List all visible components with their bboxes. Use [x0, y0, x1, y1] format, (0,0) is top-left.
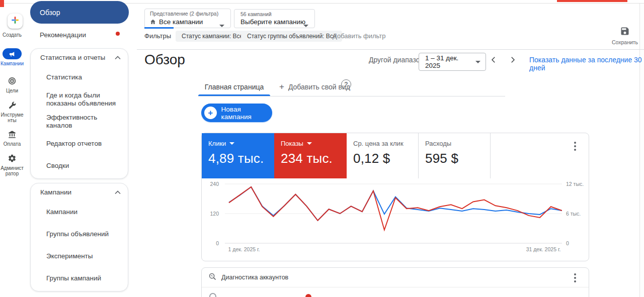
sidebar-item-label: Кампании — [46, 208, 77, 216]
divider — [137, 49, 644, 50]
scorecard-clicks[interactable]: Клики 4,89 тыс. — [202, 133, 274, 178]
chip-campaign-status[interactable]: Статус кампании: Все — [176, 31, 249, 42]
sidebar-item-label: Сводки — [46, 162, 69, 170]
sidebar-item-recommendations[interactable]: Рекомендации — [30, 24, 129, 46]
scorecard-cost[interactable]: Расходы 595 $ — [419, 133, 491, 178]
scrollbar[interactable] — [639, 4, 644, 297]
scorecard-avg-cpc[interactable]: Ср. цена за клик 0,12 $ — [347, 133, 419, 178]
y2-axis-tick: 0 — [566, 240, 591, 246]
scorecard-label: Расходы — [425, 140, 451, 147]
chevron-down-icon — [307, 142, 312, 145]
sidebar-item-label: Где и когда были показаны объявления — [46, 91, 119, 108]
rail-item-tools[interactable]: Инструменты — [1, 100, 24, 123]
scorecard-label: Показы — [281, 140, 303, 147]
overview-line-chart[interactable] — [225, 181, 562, 246]
sidebar-item-label: Группы объявлений — [46, 230, 109, 238]
new-campaign-label: Новая кампания — [221, 106, 272, 121]
scorecard-impressions[interactable]: Показы 234 тыс. — [274, 133, 347, 178]
y2-axis-tick: 12 тыс. — [566, 181, 591, 187]
rail-item-label: Кампании — [1, 61, 24, 66]
view-dropdown[interactable]: Представление (2 фильтра) Все кампании — [144, 9, 231, 28]
section-title: Статистика и отчеты — [40, 54, 105, 61]
page-title: Обзор — [144, 52, 185, 68]
campaign-dropdown[interactable]: 56 кампаний Выберите кампанию — [234, 9, 315, 28]
chevron-down-icon — [303, 20, 308, 29]
target-icon — [3, 75, 22, 86]
chevron-up-icon — [115, 56, 121, 60]
diagnostics-icon — [208, 272, 217, 283]
rail-item-label: Цели — [1, 88, 24, 93]
section-header-statistics[interactable]: Статистика и отчеты — [31, 49, 128, 66]
plus-icon: + — [279, 82, 284, 92]
sidebar-item-channel-performance[interactable]: Эффективность каналов — [31, 111, 128, 133]
loading-bar — [557, 0, 627, 2]
filters-label: Фильтры — [144, 32, 171, 40]
new-campaign-button[interactable]: + Новая кампания — [201, 104, 272, 122]
scorecard-label: Клики — [208, 140, 226, 147]
section-title: Кампании — [40, 188, 71, 196]
chevron-up-icon — [115, 190, 121, 194]
rail-item-admin[interactable]: Администратор — [1, 153, 24, 176]
sidebar-item-label: Эффективность каналов — [46, 114, 119, 130]
rail-item-goals[interactable]: Цели — [1, 75, 24, 93]
help-icon[interactable]: ? — [341, 79, 351, 89]
save-button[interactable]: Сохранить — [611, 26, 639, 45]
rail-item-campaigns[interactable]: Кампании — [1, 48, 24, 66]
y-axis-tick: 240 — [201, 181, 219, 187]
chevron-right-icon — [508, 55, 517, 66]
y-axis-tick: 120 — [201, 211, 219, 217]
sidebar-item-campaign-groups[interactable]: Группы кампаний — [31, 267, 128, 289]
rail-item-billing[interactable]: Оплата — [1, 129, 24, 147]
more-options-icon[interactable] — [569, 140, 581, 152]
campaign-dropdown-value: Выберите кампанию — [240, 18, 305, 26]
next-period-button[interactable] — [506, 54, 519, 67]
sidebar-section-campaigns: Кампании Кампании Группы объявлений Эксп… — [30, 183, 128, 291]
save-label: Сохранить — [612, 39, 638, 45]
sidebar-item-label: Редактор отчетов — [46, 140, 102, 148]
more-options-icon[interactable] — [569, 272, 581, 284]
sidebar-item-ad-groups[interactable]: Группы объявлений — [31, 223, 128, 245]
diagnostics-title: Диагностика аккаунтов — [221, 274, 288, 281]
date-range-picker[interactable]: 1 – 31 дек. 2025 — [419, 53, 486, 71]
rail-item-label: Инструменты — [1, 112, 24, 123]
sidebar-item-insights[interactable]: Статистика — [31, 66, 128, 88]
sidebar-item-report-editor[interactable]: Редактор отчетов — [31, 133, 128, 155]
tab-label: Главная страница — [205, 83, 264, 91]
sidebar-item-when-where-shown[interactable]: Где и когда были показаны объявления — [31, 88, 128, 111]
sidebar-item-dashboards[interactable]: Сводки — [31, 155, 128, 177]
rail-item-label: Оплата — [1, 141, 24, 147]
section-header-campaigns[interactable]: Кампании — [31, 183, 128, 201]
scorecard-value: 0,12 $ — [353, 151, 418, 166]
chevron-left-icon — [489, 55, 498, 66]
error-status-dot — [305, 294, 311, 297]
add-filter-button[interactable]: Добавить фильтр — [333, 32, 386, 40]
active-tab-underline — [198, 94, 270, 96]
home-icon — [149, 19, 156, 26]
sidebar-item-overview[interactable]: Обзор — [30, 1, 129, 24]
create-label: Создать — [1, 32, 24, 38]
plus-icon: + — [204, 107, 217, 119]
scroll-indicator — [144, 27, 174, 29]
chip-adgroup-status[interactable]: Статус группы объявлений: Все — [241, 31, 342, 42]
wrench-icon — [3, 100, 22, 111]
sidebar-item-label: Статистика — [46, 73, 82, 81]
sidebar-section-statistics: Статистика и отчеты Статистика Где и ког… — [30, 48, 128, 179]
megaphone-icon — [3, 48, 22, 59]
previous-period-button[interactable] — [487, 54, 500, 67]
sidebar-item-campaigns[interactable]: Кампании — [31, 201, 128, 223]
series-Клики — [229, 187, 562, 221]
tab-home[interactable]: Главная страница — [198, 78, 270, 96]
account-diagnostics-card: Диагностика аккаунтов — [201, 267, 589, 297]
date-range-value: 1 – 31 дек. 2025 — [425, 54, 475, 69]
create-button[interactable] — [8, 14, 23, 29]
chevron-down-icon — [229, 142, 234, 145]
bank-icon — [3, 129, 22, 140]
tabs-divider — [198, 96, 505, 96]
series-Показы — [229, 187, 562, 230]
view-dropdown-caption: Представление (2 фильтра) — [150, 11, 218, 17]
show-last-30-days-link[interactable]: Показать данные за последние 30 дней — [529, 56, 644, 72]
diagnostics-header[interactable]: Диагностика аккаунтов — [202, 268, 589, 287]
sidebar-item-experiments[interactable]: Эксперименты — [31, 245, 128, 267]
sidebar-item-label: Эксперименты — [46, 252, 93, 260]
y-axis-tick: 0 — [201, 240, 219, 246]
